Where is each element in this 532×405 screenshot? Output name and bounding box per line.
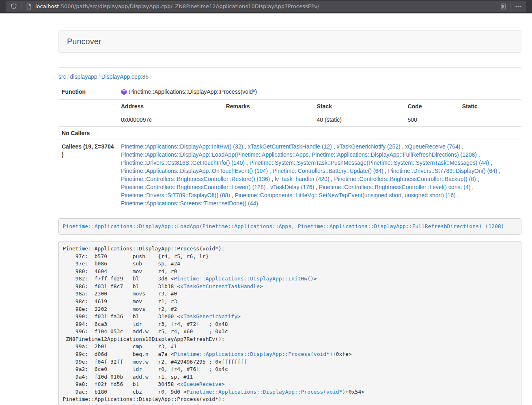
assembly-symbol-link[interactable]: Pinetime::Applications::DisplayApp::Proc… <box>174 351 332 357</box>
stats-value-row: 0x0000097c 40 (static) 500 <box>118 113 521 127</box>
callees-separator: , <box>498 168 501 174</box>
callee-link[interactable]: Pinetime::Components::LittleVgl::SetNewT… <box>235 192 456 198</box>
function-cube-icon <box>121 89 127 97</box>
callees-separator: , <box>230 192 235 198</box>
assembly-symbol-link[interactable]: Pinetime::Applications::DisplayApp::Proc… <box>187 389 345 395</box>
callee-link[interactable]: Pinetime::Applications::DisplayApp::Init… <box>121 143 243 150</box>
page-actions-menu-icon[interactable] <box>514 2 522 11</box>
stats-header-row: Address Remarks Stack Code Static <box>118 100 521 113</box>
no-callers-label: No Callers <box>58 127 118 140</box>
stack-value: 40 (static) <box>314 113 405 127</box>
callees-separator: , <box>476 176 479 182</box>
assembly-symbol-link[interactable]: xTaskGenericNotify <box>180 313 237 319</box>
breadcrumb-line-number: :86 <box>141 73 149 80</box>
remarks-value <box>223 113 314 127</box>
function-row: Function Pinetime::Applications::Display… <box>58 85 521 100</box>
callees-separator: , <box>268 168 273 174</box>
callee-link[interactable]: xQueueReceive (764) <box>405 143 460 150</box>
url-text[interactable]: localhost:5000/path/src/displayapp/Displ… <box>35 3 499 9</box>
callees-row: Callees (19, Σ=3704 ) Pinetime::Applicat… <box>58 140 521 210</box>
toolbar-separator <box>21 3 22 10</box>
callee-link[interactable]: Pinetime::Drivers::St7789::DisplayOn() (… <box>388 168 497 174</box>
function-name: Pinetime::Applications::DisplayApp::Proc… <box>129 88 257 95</box>
callee-link[interactable]: Pinetime::Controllers::BrightnessControl… <box>121 184 265 190</box>
col-header-stack: Stack <box>314 100 405 113</box>
no-callers-row: No Callers <box>58 127 521 140</box>
assembly-listing: Pinetime::Applications::DisplayApp::Proc… <box>58 241 521 405</box>
col-header-address: Address <box>118 100 223 113</box>
callees-separator: , <box>270 176 275 182</box>
no-callers-cell <box>118 127 521 140</box>
callee-link[interactable]: Pinetime::Controllers::BrightnessControl… <box>334 176 476 182</box>
callee-link[interactable]: Pinetime::Drivers::Cst816S::GetTouchInfo… <box>121 159 245 166</box>
callees-separator: , <box>265 184 270 190</box>
callee-link[interactable]: Pinetime::Applications::DisplayApp::Load… <box>121 151 477 158</box>
callees-list: Pinetime::Applications::DisplayApp::Init… <box>121 142 518 207</box>
page-title: Puncover <box>67 37 101 46</box>
divider <box>58 67 521 68</box>
callee-link[interactable]: xTaskGetCurrentTaskHandle (12) <box>248 143 332 150</box>
callee-link[interactable]: Pinetime::Controllers::BrightnessControl… <box>121 176 270 182</box>
static-value <box>459 113 521 127</box>
reader-mode-icon[interactable] <box>499 2 507 11</box>
url-path: :5000/path/src/displayapp/DisplayApp.cpp… <box>59 3 319 9</box>
highlighted-symbol-box: Pinetime::Applications::DisplayApp::Load… <box>58 218 521 235</box>
empty-label-cell <box>58 100 118 127</box>
callees-separator: , <box>460 143 463 150</box>
code-value: 500 <box>404 113 459 127</box>
assembly-symbol-link[interactable]: xQueueReceive <box>180 381 222 387</box>
browser-toolbar: localhost:5000/path/src/displayapp/Displ… <box>0 0 532 13</box>
breadcrumb-link-src[interactable]: src <box>58 73 66 80</box>
callees-separator: , <box>245 159 250 166</box>
page-content: Puncover src/displayapp/DisplayApp.cpp:8… <box>58 30 521 405</box>
address-value: 0x0000097c <box>118 113 223 127</box>
breadcrumb-link-displayapp[interactable]: displayapp <box>70 73 97 80</box>
callees-separator: , <box>243 143 248 150</box>
callee-link[interactable]: vTaskDelay (176) <box>270 184 314 190</box>
callee-link[interactable]: Pinetime::Drivers::St7789::DisplayOff() … <box>121 192 230 198</box>
callees-separator: , <box>383 168 388 174</box>
callees-separator: , <box>477 151 480 158</box>
breadcrumb-separator: / <box>97 73 101 80</box>
callee-link[interactable]: Pinetime::Controllers::Battery::Update()… <box>273 168 383 174</box>
col-header-code: Code <box>404 100 459 113</box>
highlighted-symbol-link[interactable]: Pinetime::Applications::DisplayApp::Load… <box>63 223 504 229</box>
callee-link[interactable]: xTaskGenericNotify (252) <box>336 143 400 150</box>
breadcrumb-link-file[interactable]: DisplayApp.cpp <box>101 73 140 80</box>
callees-separator: , <box>332 143 337 150</box>
callees-cell: Pinetime::Applications::DisplayApp::Init… <box>118 140 521 210</box>
page-info-icon[interactable] <box>25 2 33 11</box>
callee-link[interactable]: lv_task_handler (420) <box>275 176 330 182</box>
shield-icon[interactable] <box>10 2 18 11</box>
callee-link[interactable]: Pinetime::Controllers::BrightnessControl… <box>319 184 470 190</box>
callees-label: Callees (19, Σ=3704 ) <box>58 140 118 210</box>
col-header-remarks: Remarks <box>223 100 314 113</box>
callees-separator: , <box>314 184 319 190</box>
callee-link[interactable]: Pinetime::Applications::DisplayApp::OnTo… <box>121 168 268 174</box>
assembly-symbol-link[interactable]: xTaskGetCurrentTaskHandle <box>180 283 260 289</box>
function-name-cell: Pinetime::Applications::DisplayApp::Proc… <box>118 85 521 100</box>
function-table: Function Pinetime::Applications::Display… <box>58 85 521 210</box>
callee-link[interactable]: Pinetime::Applications::Screens::Timer::… <box>121 200 258 207</box>
function-stats-row: Address Remarks Stack Code Static 0x0000… <box>58 100 521 127</box>
callees-separator: , <box>401 143 405 150</box>
url-bar[interactable]: localhost:5000/path/src/displayapp/Displ… <box>6 1 526 12</box>
app-header-panel: Puncover <box>58 30 521 53</box>
breadcrumb: src/displayapp/DisplayApp.cpp:86 <box>58 73 521 80</box>
callee-link[interactable]: Pinetime::System::SystemTask::PushMessag… <box>250 159 489 166</box>
breadcrumb-separator: / <box>66 73 70 80</box>
function-label: Function <box>58 85 118 100</box>
callees-separator: , <box>470 184 474 190</box>
toolbar-separator <box>510 3 511 10</box>
callees-separator: , <box>456 192 459 198</box>
callees-separator: , <box>330 176 334 182</box>
col-header-static: Static <box>459 100 521 113</box>
function-stats-table: Address Remarks Stack Code Static 0x0000… <box>118 100 521 126</box>
url-host: localhost <box>35 3 59 9</box>
function-stats-cell: Address Remarks Stack Code Static 0x0000… <box>118 100 521 127</box>
assembly-symbol-link[interactable]: Pinetime::Applications::DisplayApp::Init… <box>174 276 313 282</box>
callees-separator: , <box>489 159 492 166</box>
